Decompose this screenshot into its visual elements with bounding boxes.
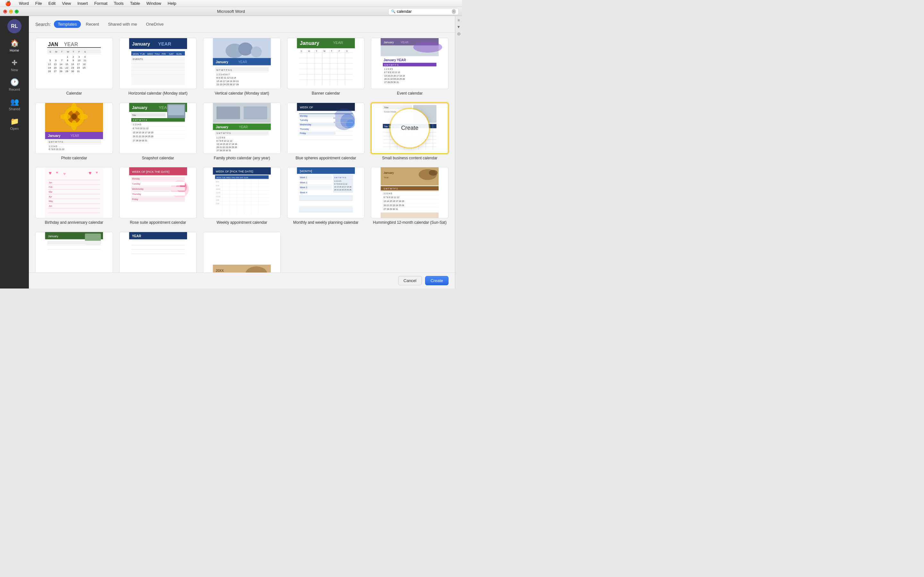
close-button[interactable]: ✕ (3, 10, 7, 13)
svg-point-123 (71, 120, 77, 131)
clear-search-button[interactable]: ✕ (452, 9, 456, 14)
template-name-calendar: Calendar (66, 91, 82, 96)
file-menu[interactable]: File (33, 0, 45, 7)
template-thumb-extra-2[interactable]: YEAR (120, 232, 197, 272)
right-chrome-icon-1[interactable]: ≡ (456, 17, 462, 23)
tab-onedrive[interactable]: OneDrive (142, 21, 168, 28)
svg-text:9:00: 9:00 (216, 185, 220, 187)
svg-text:S  M  T  W  T  F  S: S M T W T F S (384, 64, 399, 66)
template-card-rose[interactable]: WEEK OF [PICK THE DATE] Monday Tuesday (120, 167, 197, 226)
template-card-monthly-weekly[interactable]: [MONTH] S M T W T F S 1 2 3 4 5 6 7 8 9 … (287, 167, 365, 226)
tools-menu[interactable]: Tools (111, 0, 126, 7)
svg-text:January: January (300, 40, 319, 46)
maximize-button[interactable]: + (15, 10, 19, 13)
template-thumb-photo[interactable]: January YEAR S M T W T F S 1 2 3 4 5 6 7… (35, 103, 113, 154)
template-card-small-biz[interactable]: Title Social Media Title Title Title Tit… (371, 103, 449, 161)
template-card-calendar[interactable]: JAN YEAR S M T W T F S 1 2 3 (35, 38, 113, 96)
template-thumb-vertical[interactable]: January YEAR M T W T F S S 1 2 3 4 5 6 7… (203, 38, 281, 89)
template-name-rose: Rose suite appointment calendar (130, 220, 186, 226)
template-card-extra-3[interactable]: 20XX (203, 232, 281, 272)
template-name-snapshot: Snapshot calendar (142, 156, 174, 161)
svg-text:F: F (338, 50, 340, 52)
template-card-photo[interactable]: January YEAR S M T W T F S 1 2 3 4 5 6 7… (35, 103, 113, 161)
view-menu[interactable]: View (59, 0, 73, 7)
svg-text:MON  TUE  WED  THU  FRI  SAT  : MON TUE WED THU FRI SAT SUN (216, 176, 248, 179)
app-container: RL 🏠 Home ✚ New 🕐 Recent 👥 Shared 📁 Open… (0, 16, 462, 288)
format-menu[interactable]: Format (92, 0, 110, 7)
edit-menu[interactable]: Edit (46, 0, 58, 7)
insert-menu[interactable]: Insert (75, 0, 90, 7)
cancel-button[interactable]: Cancel (398, 276, 422, 285)
template-card-banner[interactable]: January YEAR (287, 38, 365, 96)
template-thumb-snapshot[interactable]: January YEAR Title S M T W T F S (120, 103, 197, 154)
svg-text:Tuesday: Tuesday (132, 183, 140, 185)
template-card-horizontal[interactable]: January YEAR MON TUE WED THU FRI SAT SUN (120, 38, 197, 96)
sidebar-item-recent[interactable]: 🕐 Recent (2, 76, 27, 94)
right-chrome-icon-3[interactable]: ◎ (456, 31, 462, 37)
template-card-vertical[interactable]: January YEAR M T W T F S S 1 2 3 4 5 6 7… (203, 38, 281, 96)
tab-shared-with-me[interactable]: Shared with me (104, 21, 141, 28)
apple-menu[interactable]: 🍎 (3, 0, 14, 7)
sidebar-item-new[interactable]: ✚ New (2, 56, 27, 74)
template-card-extra-2[interactable]: YEAR (120, 232, 197, 272)
svg-text:S  M  T  W  T  F  S: S M T W T F S (216, 132, 231, 134)
template-card-family[interactable]: January YEAR S M T W T F S 1 2 3 4 5 6 7… (203, 103, 281, 161)
svg-text:19: 19 (48, 66, 51, 69)
search-input[interactable] (397, 9, 451, 14)
avatar: RL (7, 19, 21, 33)
svg-text:WEEK OF [PICK THE DATE]: WEEK OF [PICK THE DATE] (216, 170, 253, 173)
svg-text:27 28 29 30 31: 27 28 29 30 31 (384, 208, 398, 210)
word-menu[interactable]: Word (16, 0, 31, 7)
template-card-blue-spheres[interactable]: WEEK OF (287, 103, 365, 161)
template-card-event[interactable]: January YEAR January YEAR S M T W T F S … (371, 38, 449, 96)
template-thumb-calendar[interactable]: JAN YEAR S M T W T F S 1 2 3 (35, 38, 113, 89)
sidebar-item-home[interactable]: 🏠 Home (2, 37, 27, 55)
svg-text:18: 18 (83, 63, 86, 66)
svg-text:10: 10 (78, 59, 81, 62)
template-thumb-weekly[interactable]: WEEK OF [PICK THE DATE] MON TUE WED THU … (203, 167, 281, 218)
template-name-weekly: Weekly appointment calendar (216, 220, 267, 226)
template-thumb-hummingbird[interactable]: January Year S M T W T F S 1 2 3 4 5 6 7… (371, 167, 449, 218)
svg-text:13 14 15 16 17 18 19: 13 14 15 16 17 18 19 (334, 186, 351, 188)
svg-point-121 (71, 113, 77, 119)
svg-point-106 (413, 42, 442, 53)
template-card-birthday[interactable]: ♥ ♥ ♥ ♥ ♥ (35, 167, 113, 226)
tab-templates[interactable]: Templates (54, 21, 81, 28)
template-thumb-horizontal[interactable]: January YEAR MON TUE WED THU FRI SAT SUN (120, 38, 197, 89)
template-thumb-extra-3[interactable]: 20XX (203, 232, 281, 272)
template-thumb-monthly-weekly[interactable]: [MONTH] S M T W T F S 1 2 3 4 5 6 7 8 9 … (287, 167, 365, 218)
template-name-monthly-weekly: Monthly and weekly planning calendar (293, 220, 359, 226)
table-menu[interactable]: Table (128, 0, 142, 7)
tab-recent[interactable]: Recent (82, 21, 103, 28)
sidebar-label-new: New (11, 68, 18, 72)
template-thumb-banner[interactable]: January YEAR (287, 38, 365, 89)
template-thumb-birthday[interactable]: ♥ ♥ ♥ ♥ ♥ (35, 167, 113, 218)
sidebar-item-shared[interactable]: 👥 Shared (2, 95, 27, 113)
template-thumb-blue-spheres[interactable]: WEEK OF (287, 103, 365, 154)
svg-text:Title  Title  Title  Title  Ti: Title Title Title Title Title Title Titl… (384, 125, 415, 127)
help-menu[interactable]: Help (165, 0, 179, 7)
template-thumb-extra-1[interactable]: January (35, 232, 113, 272)
template-card-weekly[interactable]: WEEK OF [PICK THE DATE] MON TUE WED THU … (203, 167, 281, 226)
svg-text:20: 20 (54, 66, 57, 69)
minimize-button[interactable]: − (9, 10, 13, 13)
create-button[interactable]: Create (425, 276, 449, 285)
window-menu[interactable]: Window (144, 0, 164, 7)
template-name-vertical: Vertical calendar (Monday start) (215, 91, 269, 96)
svg-text:January: January (48, 235, 59, 238)
template-thumb-event[interactable]: January YEAR January YEAR S M T W T F S … (371, 38, 449, 89)
template-thumb-rose[interactable]: WEEK OF [PICK THE DATE] Monday Tuesday (120, 167, 197, 218)
svg-text:8  9 10 11 12 13 14: 8 9 10 11 12 13 14 (216, 76, 236, 79)
right-chrome-icon-2[interactable]: ▼ (456, 24, 462, 30)
svg-text:Jan: Jan (49, 181, 52, 184)
svg-text:11:00: 11:00 (216, 192, 220, 193)
sidebar-item-open[interactable]: 📁 Open (2, 115, 27, 133)
svg-text:T: T (316, 50, 317, 52)
template-card-hummingbird[interactable]: January Year S M T W T F S 1 2 3 4 5 6 7… (371, 167, 449, 226)
template-card-extra-1[interactable]: January (35, 232, 113, 272)
template-thumb-small-biz[interactable]: Title Social Media Title Title Title Tit… (371, 103, 449, 154)
template-name-event: Event calendar (397, 91, 423, 96)
svg-text:FRI: FRI (162, 53, 166, 55)
template-card-snapshot[interactable]: January YEAR Title S M T W T F S (120, 103, 197, 161)
template-thumb-family[interactable]: January YEAR S M T W T F S 1 2 3 4 5 6 7… (203, 103, 281, 154)
